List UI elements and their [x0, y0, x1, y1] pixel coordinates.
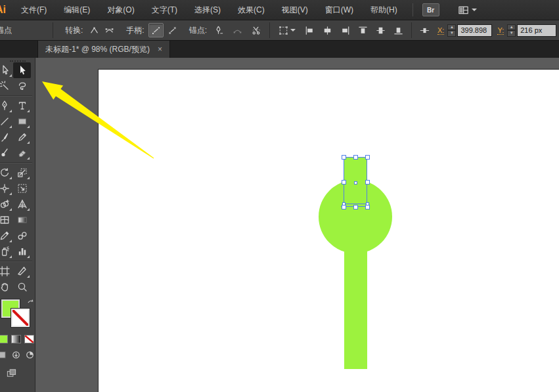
- draw-normal-button[interactable]: [0, 350, 8, 360]
- convert-to-smooth-button[interactable]: [102, 23, 117, 37]
- flyout-indicator: [9, 240, 12, 242]
- connect-anchors-button[interactable]: [230, 23, 245, 37]
- type-tool[interactable]: [13, 98, 31, 114]
- anchor-point-br[interactable]: [366, 202, 369, 206]
- x-label[interactable]: X:: [437, 26, 444, 35]
- mesh-tool[interactable]: [0, 212, 13, 228]
- eraser-tool[interactable]: [13, 145, 31, 161]
- pen-tool[interactable]: [0, 98, 13, 114]
- align-buttons: [302, 23, 406, 37]
- handles-buttons: [148, 23, 180, 37]
- gradient-tool[interactable]: [13, 212, 31, 228]
- anchor-point-bl[interactable]: [342, 202, 346, 206]
- menu-item-8[interactable]: 帮助(H): [362, 5, 406, 16]
- align-center-button[interactable]: [320, 23, 335, 37]
- free-transform-icon: [16, 183, 28, 194]
- hand-tool[interactable]: [0, 279, 13, 295]
- eyedropper-tool[interactable]: [0, 228, 13, 244]
- rectangle-tool[interactable]: [13, 114, 31, 129]
- direct-selection-tool[interactable]: [0, 62, 13, 78]
- green-stem-shape[interactable]: [344, 243, 367, 369]
- selection-tool[interactable]: [13, 62, 31, 78]
- distribute-center-button[interactable]: [417, 23, 432, 37]
- x-value-field[interactable]: 399.898: [457, 24, 492, 37]
- pencil-tool[interactable]: [13, 129, 31, 145]
- magic-wand-tool[interactable]: [0, 78, 13, 94]
- free-transform-tool[interactable]: [13, 181, 31, 196]
- blend-tool[interactable]: [13, 228, 31, 244]
- screen-mode-button[interactable]: [6, 368, 35, 379]
- selection-handle-ne[interactable]: [365, 155, 370, 160]
- symbol-sprayer-tool[interactable]: [0, 244, 13, 259]
- selection-handle-e[interactable]: [365, 180, 370, 185]
- column-graph-tool[interactable]: [13, 244, 31, 259]
- convert-buttons: [87, 23, 117, 37]
- blob-brush-tool[interactable]: [0, 145, 13, 161]
- swap-fill-stroke-icon[interactable]: [26, 298, 35, 307]
- canvas[interactable]: [35, 58, 559, 392]
- stroke-color-swatch[interactable]: [11, 309, 30, 327]
- align-top-button[interactable]: [355, 23, 370, 37]
- anchor-buttons: [211, 23, 264, 37]
- handles-hide-icon: [167, 25, 178, 36]
- y-label[interactable]: Y:: [497, 26, 504, 35]
- slice-tool[interactable]: [13, 263, 31, 279]
- rotate-tool[interactable]: [0, 165, 13, 181]
- convert-to-corner-button[interactable]: [87, 23, 102, 37]
- selection-handle-nw[interactable]: [342, 155, 346, 160]
- menu-item-4[interactable]: 选择(S): [186, 5, 229, 16]
- none-button[interactable]: [24, 335, 34, 343]
- selection-handle-s[interactable]: [353, 205, 358, 209]
- y-value-field[interactable]: 216 px: [517, 24, 556, 37]
- draw-behind-button[interactable]: [11, 350, 22, 360]
- menu-item-7[interactable]: 窗口(W): [317, 5, 362, 16]
- tab-close-button[interactable]: ×: [158, 45, 162, 53]
- zoom-tool[interactable]: [13, 279, 31, 295]
- flyout-indicator: [27, 275, 30, 278]
- screen-mode-icon: [6, 368, 35, 379]
- hide-handles-button[interactable]: [165, 23, 180, 37]
- menu-item-6[interactable]: 视图(V): [273, 5, 317, 16]
- tools-group-divider: [0, 95, 32, 97]
- workspace-switcher-button[interactable]: [458, 5, 477, 16]
- menu-item-0[interactable]: 文件(F): [12, 5, 55, 16]
- scale-tool[interactable]: [13, 165, 31, 181]
- y-stepper[interactable]: ▲▼: [507, 24, 516, 37]
- align-middle-button[interactable]: [373, 23, 388, 37]
- lasso-tool[interactable]: [13, 78, 31, 94]
- perspective-grid-tool[interactable]: [13, 196, 31, 212]
- menu-item-2[interactable]: 对象(O): [99, 5, 143, 16]
- transform-menu-button[interactable]: [278, 25, 296, 36]
- divider: [411, 22, 412, 38]
- paintbrush-tool[interactable]: [0, 129, 13, 145]
- align-right-button[interactable]: [338, 23, 353, 37]
- selection-handle-w[interactable]: [342, 180, 346, 185]
- selection-handle-n[interactable]: [353, 155, 358, 160]
- divider: [53, 22, 53, 38]
- bridge-button[interactable]: Br: [422, 3, 439, 16]
- draw-normal-icon: [0, 349, 8, 360]
- gradient-button[interactable]: [11, 335, 21, 343]
- draw-inside-button[interactable]: [24, 350, 35, 360]
- artboard-tool[interactable]: [0, 263, 13, 279]
- panel-grip[interactable]: [10, 60, 26, 62]
- cut-path-button[interactable]: [249, 23, 264, 37]
- color-button[interactable]: [0, 335, 8, 343]
- selection-handle-sw[interactable]: [342, 205, 346, 209]
- menu-item-5[interactable]: 效果(C): [229, 5, 273, 16]
- x-stepper[interactable]: ▲▼: [447, 24, 456, 37]
- show-handles-button[interactable]: [148, 23, 164, 37]
- document-tab[interactable]: 未标题-1* @ 98% (RGB/预览) ×: [37, 41, 170, 58]
- flyout-indicator: [9, 255, 12, 258]
- shape-builder-tool[interactable]: [0, 196, 13, 212]
- remove-anchor-button[interactable]: [211, 23, 226, 37]
- draw-inside-icon: [24, 349, 35, 360]
- divider: [269, 22, 270, 38]
- width-tool[interactable]: [0, 181, 13, 196]
- menu-item-3[interactable]: 文字(T): [143, 5, 186, 16]
- line-segment-tool[interactable]: [0, 114, 13, 129]
- align-left-button[interactable]: [302, 23, 317, 37]
- selection-handle-se[interactable]: [365, 205, 370, 209]
- menu-item-1[interactable]: 编辑(E): [55, 5, 99, 16]
- align-bottom-button[interactable]: [391, 23, 406, 37]
